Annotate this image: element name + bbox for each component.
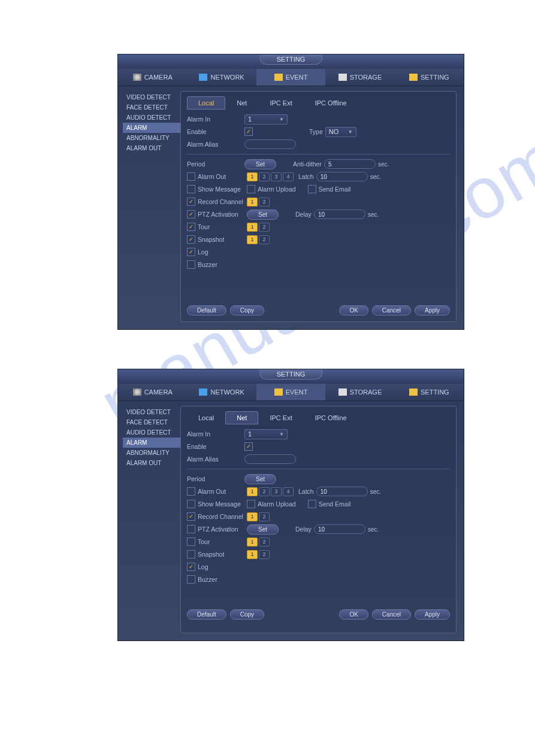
tab-camera[interactable]: CAMERA	[118, 69, 187, 86]
show-message-checkbox[interactable]	[187, 500, 195, 508]
period-set-button[interactable]: Set	[244, 474, 276, 484]
enable-checkbox[interactable]	[244, 442, 253, 451]
channel-1-button[interactable]: 1	[247, 198, 258, 207]
period-set-button[interactable]: Set	[244, 159, 276, 169]
channel-4-button[interactable]: 4	[283, 487, 294, 496]
tour-checkbox[interactable]	[187, 223, 195, 231]
tab-network[interactable]: NETWORK	[187, 384, 256, 400]
alarm-alias-input[interactable]	[244, 139, 296, 149]
sidebar-item-face-detect[interactable]: FACE DETECT	[123, 102, 180, 113]
delay-input[interactable]: 10	[314, 524, 365, 534]
latch-input[interactable]: 10	[316, 172, 368, 181]
tab-storage[interactable]: STORAGE	[325, 384, 394, 400]
cancel-button[interactable]: Cancel	[372, 305, 411, 315]
channel-2-button[interactable]: 2	[259, 172, 270, 181]
cancel-button[interactable]: Cancel	[372, 609, 411, 620]
ptz-activation-checkbox[interactable]	[187, 525, 195, 533]
record-channel-checkbox[interactable]	[187, 512, 195, 521]
channel-2-button[interactable]: 2	[259, 538, 270, 546]
sidebar-item-video-detect[interactable]: VIDEO DETECT	[123, 92, 180, 102]
sidebar-item-alarm-out[interactable]: ALARM OUT	[123, 458, 180, 468]
tab-storage[interactable]: STORAGE	[325, 69, 394, 86]
sidebar-item-audio-detect[interactable]: AUDIO DETECT	[123, 427, 180, 438]
snapshot-checkbox[interactable]	[187, 235, 195, 244]
subtab-ipc-offline[interactable]: IPC Offline	[304, 96, 358, 110]
show-message-checkbox[interactable]	[187, 185, 195, 193]
tab-setting[interactable]: SETTING	[395, 384, 464, 400]
snapshot-checkbox[interactable]	[187, 550, 195, 558]
record-channel-checkbox[interactable]	[187, 198, 195, 206]
channel-2-button[interactable]: 2	[259, 223, 270, 232]
tab-event[interactable]: EVENT	[256, 69, 325, 86]
alarm-in-select[interactable]: 1▼	[244, 114, 288, 125]
subtab-local[interactable]: Local	[187, 411, 225, 424]
channel-2-button[interactable]: 2	[259, 235, 270, 244]
buzzer-checkbox[interactable]	[187, 575, 195, 584]
enable-checkbox[interactable]	[244, 127, 253, 136]
alarm-upload-checkbox[interactable]	[247, 185, 255, 193]
ptz-activation-checkbox[interactable]	[187, 210, 195, 218]
sidebar-item-face-detect[interactable]: FACE DETECT	[123, 417, 180, 427]
alarm-in-select[interactable]: 1▼	[244, 429, 288, 439]
alarm-out-checkbox[interactable]	[187, 487, 195, 496]
log-checkbox[interactable]	[187, 248, 195, 256]
channel-2-button[interactable]: 2	[259, 512, 270, 521]
sidebar-item-alarm-out[interactable]: ALARM OUT	[123, 143, 180, 153]
delay-input[interactable]: 10	[314, 210, 365, 219]
sidebar-item-abnormality[interactable]: ABNORMALITY	[123, 133, 180, 143]
copy-button[interactable]: Copy	[230, 305, 264, 315]
anti-dither-input[interactable]: 5	[324, 159, 376, 169]
window-title: SETTING	[259, 369, 323, 379]
ok-button[interactable]: OK	[339, 609, 368, 620]
subtab-ipc-offline[interactable]: IPC Offline	[304, 411, 358, 424]
sidebar-item-audio-detect[interactable]: AUDIO DETECT	[123, 113, 180, 123]
subtab-local[interactable]: Local	[187, 96, 225, 110]
tab-network[interactable]: NETWORK	[187, 69, 256, 86]
channel-2-button[interactable]: 2	[259, 198, 270, 207]
subtab-net[interactable]: Net	[225, 411, 258, 424]
channel-1-button[interactable]: 1	[247, 512, 258, 521]
channel-1-button[interactable]: 1	[247, 223, 258, 232]
ptz-set-button[interactable]: Set	[247, 524, 279, 535]
channel-1-button[interactable]: 1	[247, 487, 258, 496]
log-checkbox[interactable]	[187, 563, 195, 571]
latch-input[interactable]: 10	[316, 487, 368, 496]
tab-camera[interactable]: CAMERA	[118, 384, 187, 400]
sidebar-item-abnormality[interactable]: ABNORMALITY	[123, 448, 180, 458]
alarm-out-checkbox[interactable]	[187, 172, 195, 181]
label-alarm-alias: Alarm Alias	[187, 456, 244, 463]
tour-checkbox[interactable]	[187, 538, 195, 546]
tab-setting[interactable]: SETTING	[395, 69, 464, 86]
default-button[interactable]: Default	[187, 609, 226, 620]
channel-2-button[interactable]: 2	[259, 550, 270, 559]
copy-button[interactable]: Copy	[230, 609, 264, 620]
tab-event[interactable]: EVENT	[256, 384, 325, 400]
channel-2-button[interactable]: 2	[259, 487, 270, 496]
ptz-set-button[interactable]: Set	[247, 210, 279, 220]
sidebar-item-alarm[interactable]: ALARM	[123, 123, 180, 133]
send-email-checkbox[interactable]	[308, 500, 316, 508]
tab-label: CAMERA	[144, 388, 173, 396]
apply-button[interactable]: Apply	[415, 609, 450, 620]
subtab-net[interactable]: Net	[225, 96, 258, 110]
label-anti-dither: Anti-dither	[293, 160, 322, 168]
apply-button[interactable]: Apply	[415, 305, 450, 315]
channel-1-button[interactable]: 1	[247, 172, 258, 181]
channel-1-button[interactable]: 1	[247, 235, 258, 244]
sidebar-item-alarm[interactable]: ALARM	[123, 438, 180, 448]
channel-3-button[interactable]: 3	[271, 172, 282, 181]
sidebar-item-video-detect[interactable]: VIDEO DETECT	[123, 407, 180, 417]
send-email-checkbox[interactable]	[308, 185, 316, 193]
default-button[interactable]: Default	[187, 305, 226, 315]
channel-4-button[interactable]: 4	[283, 172, 294, 181]
channel-3-button[interactable]: 3	[271, 487, 282, 496]
ok-button[interactable]: OK	[339, 305, 368, 315]
alarm-upload-checkbox[interactable]	[247, 500, 255, 508]
channel-1-button[interactable]: 1	[247, 550, 258, 559]
alarm-alias-input[interactable]	[244, 454, 296, 464]
subtab-ipc-ext[interactable]: IPC Ext	[258, 96, 303, 110]
subtab-ipc-ext[interactable]: IPC Ext	[258, 411, 303, 424]
channel-1-button[interactable]: 1	[247, 538, 258, 546]
type-select[interactable]: NO▼	[325, 127, 356, 137]
buzzer-checkbox[interactable]	[187, 260, 195, 269]
